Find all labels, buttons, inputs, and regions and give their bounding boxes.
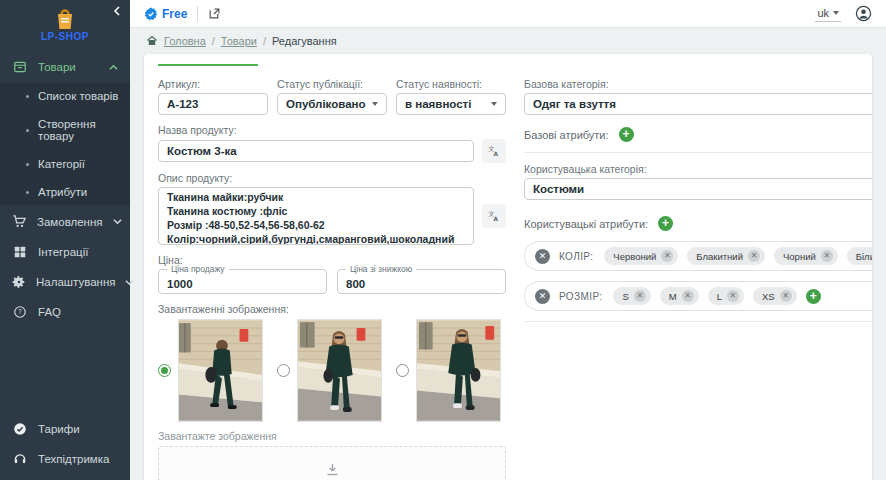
attribute-row-size: ✕ РОЗМІР: S✕ M✕ L✕ XS✕ +: [524, 281, 872, 311]
sidebar-item-label: Техпідтримка: [38, 453, 109, 465]
stock-status-select[interactable]: в наявності: [396, 93, 506, 115]
product-name-input[interactable]: [158, 140, 474, 162]
discount-price-field: Ціна зі знижкою: [337, 269, 506, 294]
product-photo-2[interactable]: [297, 319, 382, 422]
sku-input[interactable]: [158, 93, 268, 115]
sku-label: Артикул:: [158, 78, 268, 90]
language-select[interactable]: uk: [815, 6, 841, 22]
remove-chip-icon[interactable]: ✕: [727, 290, 739, 302]
translate-description-button[interactable]: 文A: [482, 204, 506, 228]
remove-chip-icon[interactable]: ✕: [682, 290, 694, 302]
product-photo-1[interactable]: [178, 319, 263, 422]
sidebar-item-attributes[interactable]: Атрибути: [0, 178, 130, 206]
sidebar-item-product-list[interactable]: Список товарів: [0, 82, 130, 110]
attribute-row-color: ✕ КОЛІР: Червоний✕ Блакитний✕ Чорний✕ Бі…: [524, 241, 872, 271]
svg-text:A: A: [493, 216, 498, 222]
download-icon: [325, 462, 340, 477]
sidebar-item-label: Замовлення: [37, 216, 103, 228]
bullet-icon: [26, 129, 29, 132]
remove-chip-icon[interactable]: ✕: [780, 290, 792, 302]
sidebar-item-integrations[interactable]: Інтеграції: [0, 237, 130, 267]
sidebar-item-faq[interactable]: ? FAQ: [0, 297, 130, 327]
sidebar-item-label: Налаштування: [36, 276, 115, 288]
headset-icon: [12, 452, 28, 466]
plan-label: Free: [162, 7, 187, 21]
plan-badge[interactable]: Free: [144, 7, 187, 21]
sidebar-item-orders[interactable]: Замовлення: [0, 206, 130, 237]
remove-chip-icon[interactable]: ✕: [634, 290, 646, 302]
collapse-sidebar-icon[interactable]: [112, 6, 122, 16]
uploaded-images-label: Завантаженні зображення:: [158, 303, 506, 315]
remove-chip-icon[interactable]: ✕: [661, 250, 673, 262]
attribute-chip: Чорний✕: [774, 247, 838, 265]
sidebar-item-tariffs[interactable]: Тарифи: [0, 414, 130, 444]
product-images: [158, 319, 506, 422]
topbar-right: uk: [815, 5, 872, 22]
edit-product-card: Артикул: Статус публікації: Опубліковано…: [144, 54, 872, 480]
gear-icon: [12, 275, 26, 289]
remove-chip-icon[interactable]: ✕: [821, 250, 833, 262]
language-value: uk: [817, 7, 829, 19]
upload-dropzone[interactable]: [158, 446, 506, 480]
attribute-chip: Блакитний✕: [687, 247, 765, 265]
publish-status-select[interactable]: Опубліковано: [277, 93, 387, 115]
topbar-divider: [197, 6, 198, 22]
cart-icon: [12, 214, 27, 229]
product-name-label: Назва продукту:: [158, 124, 506, 136]
sidebar-item-support[interactable]: Техпідтримка: [0, 444, 130, 474]
attribute-chip: Червоний✕: [604, 247, 678, 265]
main-area: Free uk Головна / Товари / Редагу: [130, 0, 886, 480]
chevron-down-icon: [833, 11, 839, 15]
account-avatar[interactable]: [855, 5, 872, 22]
add-attribute-value-button[interactable]: +: [806, 289, 821, 304]
custom-category-select[interactable]: Костюми: [524, 178, 872, 200]
sidebar-item-categories[interactable]: Категорії: [0, 150, 130, 178]
product-photo-3[interactable]: [416, 319, 501, 422]
image-radio-1[interactable]: [158, 364, 171, 377]
attribute-name: КОЛІР:: [559, 251, 593, 262]
home-icon[interactable]: [146, 35, 158, 47]
verified-badge-icon: [144, 7, 158, 21]
bullet-icon: [26, 191, 29, 194]
bullet-icon: [26, 95, 29, 98]
grid-icon: [12, 245, 28, 259]
chevron-down-icon: [491, 102, 497, 106]
chip-label: Червоний: [613, 251, 656, 262]
app-window: LP-SHOP Товари Список товарів Створення …: [0, 0, 886, 480]
stock-status-value: в наявності: [405, 98, 471, 110]
sidebar-subitem-label: Категорії: [38, 158, 85, 170]
remove-attribute-icon[interactable]: ✕: [535, 289, 550, 304]
attribute-chip: S✕: [613, 287, 650, 305]
chevron-down-icon: [372, 102, 378, 106]
attribute-name: РОЗМІР:: [559, 291, 602, 302]
attribute-chip: L✕: [708, 287, 744, 305]
add-base-attribute-button[interactable]: +: [619, 127, 634, 142]
attribute-chip: Білий✕: [847, 247, 872, 265]
description-textarea[interactable]: Тканина майки:рубчик Тканина костюму :фл…: [158, 187, 474, 245]
image-option-1: [158, 319, 263, 422]
remove-attribute-icon[interactable]: ✕: [535, 249, 550, 264]
sidebar-item-products[interactable]: Товари: [0, 52, 130, 82]
image-radio-2[interactable]: [277, 364, 290, 377]
sidebar-item-product-create[interactable]: Створення товару: [0, 110, 130, 150]
svg-text:?: ?: [18, 308, 21, 316]
remove-chip-icon[interactable]: ✕: [748, 250, 760, 262]
attribute-chip: XS✕: [753, 287, 797, 305]
publish-status-label: Статус публікації:: [277, 78, 387, 90]
translate-icon: 文A: [487, 144, 501, 158]
base-category-input[interactable]: [524, 93, 872, 115]
sidebar-item-settings[interactable]: Налаштування: [0, 267, 130, 297]
brand-logo[interactable]: LP-SHOP: [0, 0, 130, 52]
translate-icon: 文A: [487, 209, 501, 223]
breadcrumb-products-link[interactable]: Товари: [221, 35, 257, 47]
sidebar-subitem-label: Список товарів: [38, 90, 118, 102]
chevron-down-icon: [125, 278, 134, 287]
add-custom-attribute-button[interactable]: +: [658, 216, 673, 231]
translate-name-button[interactable]: 文A: [482, 139, 506, 163]
bullet-icon: [26, 163, 29, 166]
image-radio-3[interactable]: [396, 364, 409, 377]
divider: [524, 152, 872, 153]
breadcrumb-home-link[interactable]: Головна: [164, 35, 206, 47]
open-store-icon[interactable]: [208, 7, 221, 20]
chip-label: Білий: [856, 251, 872, 262]
